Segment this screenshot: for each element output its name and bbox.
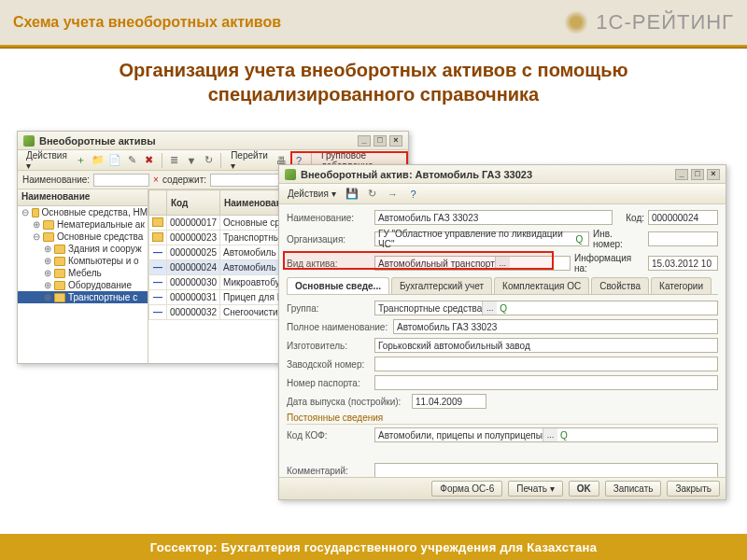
maximize-button[interactable]: □	[374, 135, 387, 147]
slide-header: Схема учета внеоборотных активов 1С-РЕЙТ…	[0, 0, 747, 45]
w1-window-buttons: _ □ ×	[358, 135, 402, 147]
tree-item[interactable]: ⊕Оборудование	[18, 279, 148, 291]
close-button[interactable]: ×	[707, 169, 720, 180]
tree-item[interactable]: ⊖Основные средства, НМ	[18, 206, 148, 218]
tree-header: Наименование	[18, 189, 148, 206]
edit-icon[interactable]: ✎	[125, 152, 138, 169]
filter-name-input[interactable]	[93, 174, 149, 187]
tree[interactable]: ⊖Основные средства, НМ⊕Нематериальные ак…	[18, 206, 148, 303]
filter-contains-label: содержит:	[162, 175, 206, 185]
copy-icon[interactable]: 📄	[108, 152, 121, 169]
tree-item[interactable]: ⊕Здания и сооруж	[18, 243, 148, 255]
w1-title: Внеоборотные активы	[39, 135, 156, 147]
tab[interactable]: Свойства	[591, 277, 649, 294]
add-icon[interactable]: ＋	[75, 152, 88, 169]
tab[interactable]: Комплектация ОС	[494, 277, 589, 294]
lbl-comment: Комментарий:	[287, 466, 371, 476]
add-folder-icon[interactable]: 📁	[92, 152, 105, 169]
window-asset-card: Внеоборотный актив: Автомобиль ГАЗ 33023…	[278, 164, 726, 500]
refresh-icon[interactable]: ↻	[202, 152, 215, 169]
input-factno[interactable]	[374, 357, 718, 371]
input-inv[interactable]	[648, 231, 718, 246]
save-icon[interactable]: 💾	[344, 186, 360, 203]
tab[interactable]: Категории	[651, 277, 712, 294]
lbl-maker: Изготовитель:	[287, 341, 371, 351]
minimize-button[interactable]: _	[358, 135, 371, 147]
grid-header[interactable]: Код	[167, 190, 220, 216]
actions-menu[interactable]: Действия ▾	[22, 150, 71, 171]
slide-footer: Госсектор: Бухгалтерия государственного …	[0, 534, 747, 560]
close-button[interactable]: ×	[389, 135, 402, 147]
app-icon	[285, 169, 296, 180]
input-passno[interactable]	[374, 375, 718, 390]
w1-titlebar[interactable]: Внеоборотные активы _ □ ×	[18, 132, 408, 150]
input-org[interactable]: ГУ "Областное управление по ликвидации Ч…	[374, 231, 589, 246]
tree-panel: Наименование ⊖Основные средства, НМ⊕Нема…	[18, 189, 148, 363]
hierarchy-icon[interactable]: ≣	[168, 152, 181, 169]
dropdown-icon[interactable]: ...	[543, 428, 557, 441]
input-comment[interactable]	[374, 463, 718, 478]
lookup-icon[interactable]: Q	[573, 234, 585, 245]
w2-titlebar[interactable]: Внеоборотный актив: Автомобиль ГАЗ 33023…	[279, 165, 726, 184]
input-maker[interactable]: Горьковский автомобильный завод	[374, 338, 718, 353]
filter-icon[interactable]: ▼	[185, 152, 198, 169]
lookup-icon[interactable]: Q	[497, 303, 510, 314]
input-kof[interactable]: Автомобили, прицепы и полуприцепы...Q	[374, 427, 718, 442]
grid-header[interactable]	[149, 190, 167, 216]
tabstrip: Основные сведе...Бухгалтерский учетКомпл…	[287, 277, 718, 295]
clear-icon[interactable]: ×	[153, 175, 159, 185]
delete-icon[interactable]: ✖	[143, 152, 156, 169]
filter-contains-input[interactable]	[210, 174, 285, 187]
ok-button[interactable]: OK	[569, 481, 599, 497]
tab[interactable]: Основные сведе...	[287, 277, 389, 294]
lbl-factno: Заводской номер:	[287, 359, 371, 370]
w2-toolbar: Действия ▾ 💾 ↻ → ?	[279, 184, 726, 204]
app-icon	[23, 135, 35, 147]
lookup-icon[interactable]: Q	[557, 430, 571, 441]
dropdown-icon[interactable]: ...	[482, 301, 497, 315]
lbl-fullname: Полное наименование:	[287, 322, 389, 332]
tree-item[interactable]: ⊕Компьютеры и о	[18, 255, 148, 267]
input-info-date[interactable]: 15.03.2012 10	[648, 256, 718, 271]
input-code[interactable]: 000000024	[648, 210, 718, 225]
slide-header-left: Схема учета внеоборотных активов	[13, 14, 281, 31]
form-os6-button[interactable]: Форма ОС-6	[431, 481, 502, 497]
actions-menu[interactable]: Действия ▾	[284, 189, 340, 199]
w2-title: Внеоборотный актив: Автомобиль ГАЗ 33023	[301, 169, 532, 180]
filter-name-label: Наименование:	[22, 175, 90, 185]
tree-item[interactable]: ⊕Транспортные с	[18, 291, 148, 303]
refresh-icon[interactable]: ↻	[364, 186, 381, 203]
goto-menu[interactable]: Перейти ▾	[227, 150, 272, 171]
goto-icon[interactable]: →	[385, 186, 402, 203]
lbl-kof: Код КОФ:	[287, 430, 371, 441]
brand-text: 1С-РЕЙТИНГ	[596, 10, 734, 35]
w2-form: Наименование: Автомобиль ГАЗ 33023 Код: …	[279, 204, 726, 487]
dropdown-icon[interactable]: ...	[495, 257, 510, 270]
tree-item[interactable]: ⊖Основные средства	[18, 231, 148, 243]
lbl-group: Группа:	[287, 303, 371, 314]
lbl-org: Организация:	[287, 234, 371, 245]
close-button[interactable]: Закрыть	[667, 481, 720, 497]
input-group[interactable]: Транспортные средства...Q	[374, 301, 718, 315]
logo-sun-icon	[564, 10, 588, 35]
lbl-passno: Номер паспорта:	[287, 378, 371, 388]
slide-header-right: 1С-РЕЙТИНГ	[564, 10, 734, 35]
tab[interactable]: Бухгалтерский учет	[391, 277, 492, 294]
input-type[interactable]: Автомобильный транспорт...	[374, 256, 571, 271]
lbl-code: Код:	[616, 213, 644, 223]
input-fullname[interactable]: Автомобиль ГАЗ 33023	[393, 319, 718, 334]
print-button[interactable]: Печать ▾	[508, 481, 563, 497]
input-name[interactable]: Автомобиль ГАЗ 33023	[374, 210, 613, 225]
tree-item[interactable]: ⊕Нематериальные ак	[18, 218, 148, 231]
help-icon[interactable]: ?	[405, 186, 422, 203]
lbl-date: Дата выпуска (постройки):	[287, 397, 408, 407]
slide-title: Организация учета внеоборотных активов с…	[0, 49, 747, 119]
save-button[interactable]: Записать	[605, 481, 662, 497]
lbl-type: Вид актива:	[287, 259, 371, 269]
maximize-button[interactable]: □	[691, 169, 704, 180]
input-date[interactable]: 11.04.2009	[412, 394, 486, 409]
minimize-button[interactable]: _	[675, 169, 688, 180]
lbl-info: Информация на:	[574, 253, 644, 273]
section-const: Постоянные сведения	[287, 413, 718, 425]
tree-item[interactable]: ⊕Мебель	[18, 267, 148, 279]
